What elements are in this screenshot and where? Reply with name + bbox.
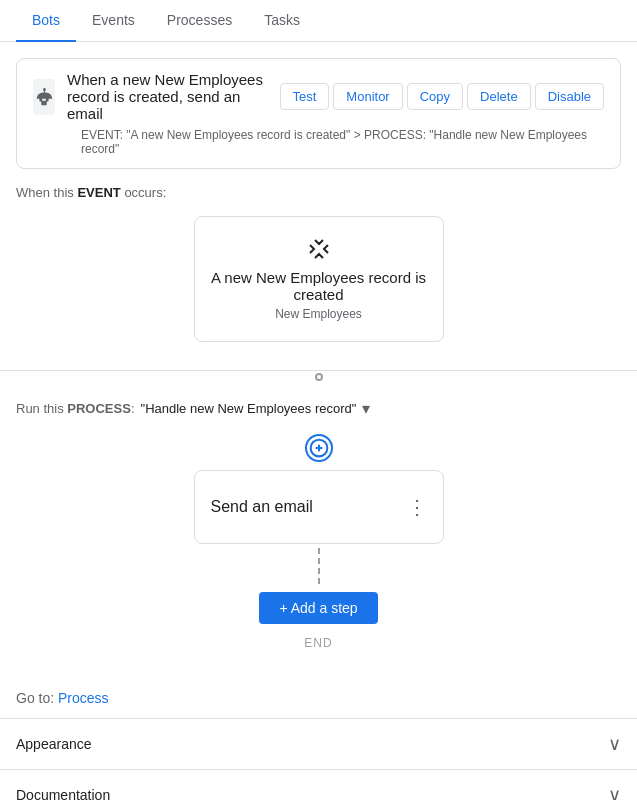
- accordion: Appearance ∨ Documentation ∨: [0, 718, 637, 800]
- process-keyword: PROCESS: [67, 401, 131, 416]
- tab-tasks[interactable]: Tasks: [248, 0, 316, 42]
- connector-line-wrapper: [16, 548, 621, 584]
- event-card-icon: [211, 237, 427, 261]
- process-chevron-icon[interactable]: ▾: [362, 399, 370, 418]
- connector-dot: [315, 373, 323, 381]
- step-more-icon[interactable]: ⋮: [407, 495, 427, 519]
- accordion-label-documentation: Documentation: [16, 787, 110, 800]
- tab-bots[interactable]: Bots: [16, 0, 76, 42]
- event-card-subtitle: New Employees: [211, 307, 427, 321]
- goto-section: Go to: Process: [0, 678, 637, 718]
- process-name: "Handle new New Employees record": [141, 401, 357, 416]
- tabs-bar: Bots Events Processes Tasks: [0, 0, 637, 42]
- connector-line: [318, 548, 320, 584]
- event-card-title: A new New Employees record is created: [211, 269, 427, 303]
- tab-processes[interactable]: Processes: [151, 0, 248, 42]
- accordion-label-appearance: Appearance: [16, 736, 92, 752]
- bot-header-top: When a new New Employees record is creat…: [33, 71, 604, 122]
- event-keyword: EVENT: [77, 185, 120, 200]
- delete-button[interactable]: Delete: [467, 83, 531, 110]
- bot-actions: Test Monitor Copy Delete Disable: [280, 83, 605, 110]
- accordion-header-documentation[interactable]: Documentation ∨: [0, 770, 637, 800]
- bot-icon: [33, 79, 55, 115]
- bot-header-card: When a new New Employees record is creat…: [16, 58, 621, 169]
- process-header: Run this PROCESS: "Handle new New Employ…: [16, 399, 621, 418]
- accordion-chevron-appearance: ∨: [608, 733, 621, 755]
- accordion-header-appearance[interactable]: Appearance ∨: [0, 719, 637, 769]
- accordion-chevron-documentation: ∨: [608, 784, 621, 800]
- copy-button[interactable]: Copy: [407, 83, 463, 110]
- process-label-text: Run this PROCESS:: [16, 401, 135, 416]
- event-section: When this EVENT occurs: A new New Employ…: [0, 169, 637, 371]
- add-step-button[interactable]: + Add a step: [259, 592, 377, 624]
- step-card-title: Send an email: [211, 498, 313, 516]
- bot-subtitle: EVENT: "A new New Employees record is cr…: [81, 128, 604, 156]
- goto-prefix: Go to:: [16, 690, 54, 706]
- process-section: Run this PROCESS: "Handle new New Employ…: [0, 383, 637, 678]
- accordion-item-documentation: Documentation ∨: [0, 770, 637, 800]
- disable-button[interactable]: Disable: [535, 83, 604, 110]
- bot-title: When a new New Employees record is creat…: [67, 71, 280, 122]
- end-label: END: [16, 636, 621, 650]
- step-card: Send an email ⋮: [194, 470, 444, 544]
- add-step-button-wrapper: + Add a step: [16, 592, 621, 624]
- test-button[interactable]: Test: [280, 83, 330, 110]
- monitor-button[interactable]: Monitor: [333, 83, 402, 110]
- bot-header-left: When a new New Employees record is creat…: [33, 71, 280, 122]
- event-section-label: When this EVENT occurs:: [0, 169, 637, 208]
- add-step-circle-button[interactable]: [305, 434, 333, 462]
- tab-events[interactable]: Events: [76, 0, 151, 42]
- goto-process-link[interactable]: Process: [58, 690, 109, 706]
- add-step-circle-wrapper: [16, 434, 621, 462]
- accordion-item-appearance: Appearance ∨: [0, 719, 637, 770]
- event-card: A new New Employees record is created Ne…: [194, 216, 444, 342]
- step-card-wrapper: Send an email ⋮: [16, 470, 621, 544]
